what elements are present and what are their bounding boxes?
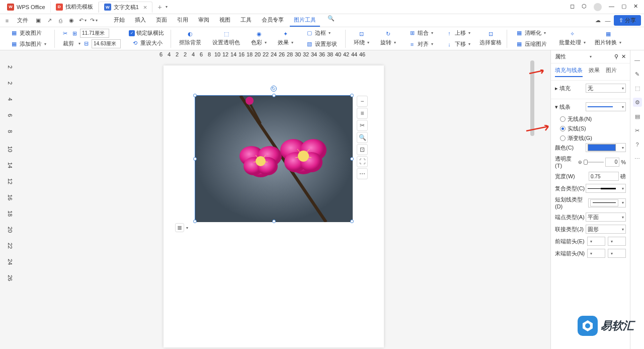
float-wrap[interactable]: ≡ [357,108,368,119]
remove-bg-button[interactable]: 抠除背景 [177,38,203,47]
resize-handle-br[interactable] [350,220,354,223]
width-input[interactable] [80,29,109,38]
document-tab[interactable]: W 文字文稿1 × [99,2,153,13]
tab-reference[interactable]: 引用 [173,14,192,27]
winbtn-1[interactable]: ◻ [570,3,575,11]
rotate-cw-icon[interactable]: ⊟ [82,40,90,48]
tab-picture-tool[interactable]: 图片工具 [290,14,320,27]
tab-insert[interactable]: 插入 [131,14,150,27]
dash-select[interactable]: ▾ [588,198,626,207]
tab-page[interactable]: 页面 [152,14,171,27]
float-fullscreen[interactable]: ⛶ [357,156,368,167]
winbtn-2[interactable]: ⬡ [582,3,587,11]
prop-tab-effect[interactable]: 效果 [589,66,600,77]
prop-tab-fill[interactable]: 填充与线条 [555,66,583,77]
align-button[interactable]: ≡对齐▾ [406,39,435,49]
border-button[interactable]: ▢边框▾ [303,28,339,38]
file-menu[interactable]: 文件 [14,15,31,26]
side-settings-icon[interactable]: ⚙ [633,98,642,107]
side-tool-icon[interactable]: ✂ [633,126,642,135]
rotate-ccw-icon[interactable]: ⊞ [70,29,78,37]
hamburger-icon[interactable]: ≡ [3,17,11,25]
open-icon[interactable]: ↗ [45,17,53,25]
side-select-icon[interactable]: ⬚ [633,84,642,93]
wrap-mode-dropdown[interactable]: ▾ [186,226,188,230]
scrollbar-vertical[interactable] [529,50,535,349]
join-select[interactable]: 圆形▾ [586,225,626,234]
lock-ratio-checkbox[interactable]: ✓ [129,30,135,36]
float-copy[interactable]: ⊡ [357,144,368,155]
minimize-icon[interactable]: — [609,3,614,11]
resize-handle-tm[interactable] [272,94,276,97]
compress-button[interactable]: ▦压缩图片 [513,39,549,49]
prop-tab-picture[interactable]: 图片 [606,66,617,77]
trans-input[interactable] [605,158,619,167]
fill-select[interactable]: 无▾ [586,84,626,93]
resize-handle-bl[interactable] [193,220,197,223]
undo-icon[interactable]: ↶▾ [78,17,87,25]
search-icon[interactable]: 🔍 [327,14,335,22]
batch-button[interactable]: 批量处理▾ [557,38,588,47]
select-pane-button[interactable]: 选择窗格 [477,38,504,47]
float-crop[interactable]: ✂ [357,120,368,131]
redo-icon[interactable]: ↷▾ [90,17,98,25]
remove-bg-icon[interactable]: ◐ [186,30,194,38]
select-pane-icon[interactable]: ⊡ [487,30,495,38]
close-window-icon[interactable]: ✕ [633,3,638,11]
skin-icon[interactable]: — [604,17,612,25]
tab-start[interactable]: 开始 [110,14,129,27]
preview-icon[interactable]: ◉ [67,17,75,25]
wrap-icon[interactable]: ⊡ [358,30,366,38]
canvas[interactable]: 6422468101214161820222426283032343638404… [6,50,550,349]
line-preview-select[interactable]: ▾ [586,102,626,111]
side-layers-icon[interactable]: ▤ [633,112,642,121]
batch-icon[interactable]: ✧ [569,30,577,38]
radio-solid-line[interactable]: 实线(S) [555,124,626,133]
add-picture-button[interactable]: ▦添加图片▾ [8,39,48,49]
radio-gradient-line[interactable]: 渐变线(G) [555,133,626,143]
selected-image[interactable]: ↻ − ≡ ✂ 🔍 ⊡ ⛶ ⋯ ≣ ▾ [195,95,352,222]
float-search[interactable]: 🔍 [357,132,368,143]
reset-size-button[interactable]: ⟲重设大小 [129,38,165,48]
group-button[interactable]: ⊞组合▾ [406,28,435,38]
compound-select[interactable]: ▾ [586,184,626,193]
move-down-button[interactable]: ↓下移▾ [443,39,472,49]
crop-icon[interactable]: ✂ [61,29,69,37]
change-picture-button[interactable]: ▦更改图片 [8,28,48,38]
new-tab-button[interactable]: +▾ [152,2,172,13]
float-more[interactable]: ⋯ [357,168,368,179]
color-icon[interactable]: ◉ [255,30,263,38]
move-up-button[interactable]: ↑上移▾ [443,28,472,38]
resize-handle-mr[interactable] [350,157,354,161]
resize-handle-tl[interactable] [193,94,197,97]
convert-icon[interactable]: ▦ [604,30,612,38]
print-icon[interactable]: ⎙ [56,17,64,25]
cap-select[interactable]: 平面▾ [586,213,626,222]
color-button[interactable]: 色彩▾ [249,38,269,47]
wrap-mode-icon[interactable]: ≣ [175,223,184,232]
format-shape-button[interactable]: ▧设置形状 [303,39,339,49]
tab-view[interactable]: 视图 [215,14,234,27]
resize-handle-tr[interactable] [350,94,354,97]
side-more-icon[interactable]: ⋯ [633,154,642,163]
tab-member[interactable]: 会员专享 [258,14,288,27]
rotate-icon[interactable]: ↻ [384,30,392,38]
radio-no-line[interactable]: 无线条(N) [555,114,626,124]
crop-button[interactable]: 裁剪 [61,39,76,48]
effect-icon[interactable]: ✦ [282,30,290,38]
side-help-icon[interactable]: ? [633,140,642,149]
float-zoom-out[interactable]: − [357,96,368,107]
wrap-button[interactable]: 环绕▾ [352,38,371,47]
maximize-icon[interactable]: ▢ [621,3,626,11]
docer-tab[interactable]: D 找稻壳模板 [51,2,99,13]
close-panel-icon[interactable]: ✕ [621,53,626,59]
trans-slider[interactable] [584,162,604,163]
height-input[interactable] [92,39,121,48]
cloud-icon[interactable]: ☁ [594,17,602,25]
width-input-prop[interactable] [589,172,619,181]
format-cleanup-button[interactable]: ▦清晰化▾ [513,28,549,38]
transparency-icon[interactable]: ⬚ [222,30,230,38]
side-pen-icon[interactable]: ✎ [633,69,642,79]
convert-button[interactable]: 图片转换▾ [593,38,623,47]
close-tab-icon[interactable]: × [143,4,147,11]
